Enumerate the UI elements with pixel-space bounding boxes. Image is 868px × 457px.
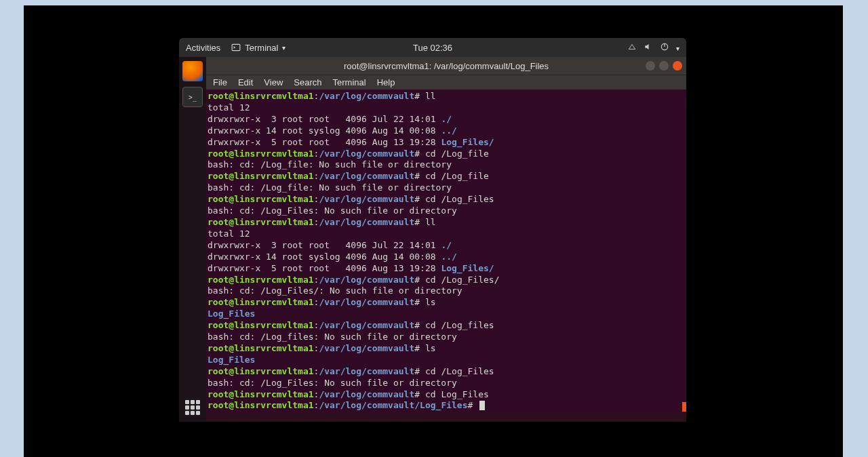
show-applications-icon[interactable] bbox=[185, 400, 200, 415]
menu-view[interactable]: View bbox=[264, 77, 283, 87]
menu-edit[interactable]: Edit bbox=[238, 77, 253, 87]
close-button[interactable] bbox=[673, 61, 682, 71]
gnome-topbar: Activities Terminal Tue 02:36 bbox=[179, 38, 686, 57]
svg-rect-0 bbox=[232, 44, 240, 50]
power-icon[interactable] bbox=[660, 42, 669, 54]
desktop-window: Activities Terminal Tue 02:36 root@linsr… bbox=[179, 38, 686, 422]
terminal-cursor bbox=[479, 401, 485, 410]
menu-help[interactable]: Help bbox=[377, 77, 395, 87]
menu-terminal[interactable]: Terminal bbox=[333, 77, 366, 87]
clock-label[interactable]: Tue 02:36 bbox=[413, 43, 452, 53]
terminal-app-icon bbox=[231, 43, 241, 52]
menu-file[interactable]: File bbox=[213, 77, 227, 87]
window-title: root@linsrvrcmvltma1: /var/log/commvault… bbox=[344, 61, 549, 71]
terminal-output[interactable]: root@linsrvrcmvltma1:/var/log/commvault#… bbox=[206, 90, 686, 413]
minimize-button[interactable] bbox=[646, 61, 655, 71]
system-menu-dropdown[interactable] bbox=[676, 43, 679, 53]
menu-search[interactable]: Search bbox=[294, 77, 321, 87]
maximize-button[interactable] bbox=[659, 61, 669, 71]
network-icon[interactable] bbox=[627, 42, 637, 54]
activities-button[interactable]: Activities bbox=[186, 43, 220, 53]
terminal-dock-icon[interactable] bbox=[182, 87, 203, 107]
firefox-icon[interactable] bbox=[182, 61, 203, 81]
volume-icon[interactable] bbox=[644, 42, 653, 54]
window-titlebar: root@linsrvrcmvltma1: /var/log/commvault… bbox=[206, 57, 686, 75]
dock bbox=[179, 57, 206, 422]
app-menu-label: Terminal bbox=[245, 43, 278, 53]
scrollbar-thumb[interactable] bbox=[682, 402, 686, 412]
menubar: File Edit View Search Terminal Help bbox=[206, 75, 686, 90]
app-menu[interactable]: Terminal bbox=[231, 43, 285, 53]
